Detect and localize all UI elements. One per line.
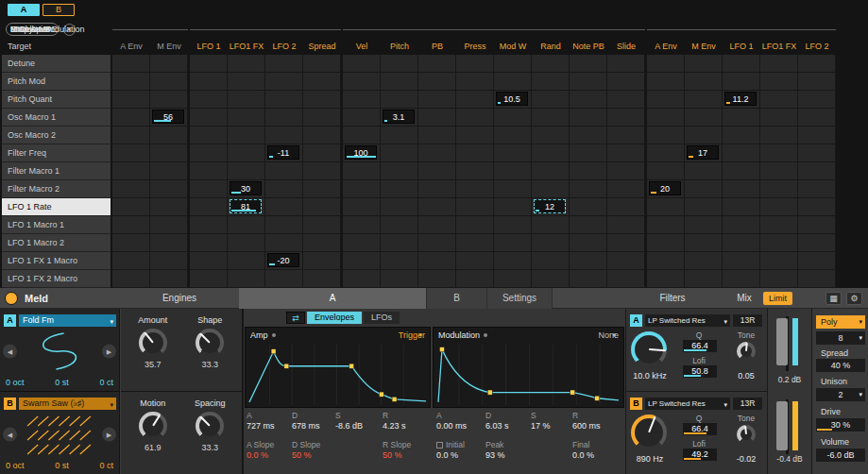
matrix-cell[interactable] [570, 91, 607, 109]
matrix-cell[interactable] [494, 55, 532, 73]
matrix-cell[interactable] [570, 180, 607, 198]
matrix-cell[interactable] [228, 109, 265, 127]
matrix-cell[interactable] [607, 180, 645, 198]
matrix-cell[interactable] [456, 55, 494, 73]
matrix-cell[interactable] [343, 180, 381, 198]
matrix-cell[interactable] [228, 55, 265, 73]
matrix-cell[interactable]: 10.5 [494, 91, 532, 109]
mod-s-value[interactable]: 17 % [531, 421, 572, 437]
matrix-cell[interactable] [112, 180, 150, 198]
tab-b[interactable]: B [426, 288, 486, 309]
matrix-cell[interactable]: 17 [685, 144, 723, 162]
matrix-cell[interactable] [494, 270, 532, 288]
matrix-cell[interactable] [685, 216, 723, 234]
matrix-cell[interactable] [685, 252, 723, 270]
matrix-cell[interactable] [456, 180, 494, 198]
filter-a-tone-value[interactable]: 0.05 [728, 371, 764, 381]
matrix-cell[interactable] [150, 216, 188, 234]
limit-toggle[interactable]: Limit [763, 292, 792, 305]
subtab-envelopes[interactable]: Envelopes [307, 312, 362, 324]
matrix-cell[interactable] [265, 55, 303, 73]
filter-a-freq-knob[interactable] [631, 331, 667, 367]
matrix-value-cell[interactable]: 56 [152, 110, 184, 124]
matrix-cell[interactable] [112, 73, 150, 91]
matrix-cell[interactable] [190, 216, 228, 234]
matrix-cell[interactable] [647, 252, 685, 270]
matrix-cell[interactable] [647, 198, 685, 216]
matrix-cell[interactable] [760, 73, 798, 91]
matrix-cell[interactable] [190, 234, 228, 252]
filter-a-freq-value[interactable]: 10.0 kHz [626, 371, 673, 381]
engine-a-selector[interactable]: Fold Fm [19, 314, 116, 327]
matrix-cell[interactable] [381, 216, 418, 234]
matrix-cell[interactable] [418, 91, 456, 109]
matrix-cell[interactable] [265, 180, 303, 198]
matrix-cell[interactable] [265, 198, 303, 216]
matrix-cell[interactable] [532, 162, 570, 180]
matrix-cell[interactable] [265, 270, 303, 288]
matrix-cell[interactable] [723, 73, 760, 91]
spacing-knob[interactable] [184, 412, 235, 440]
matrix-cell[interactable] [494, 252, 532, 270]
matrix-cell[interactable] [418, 270, 456, 288]
matrix-cell[interactable] [418, 55, 456, 73]
matrix-cell[interactable] [418, 198, 456, 216]
matrix-cell[interactable] [303, 127, 341, 144]
matrix-cell[interactable] [607, 55, 645, 73]
matrix-cell[interactable] [607, 91, 645, 109]
matrix-cell[interactable] [456, 127, 494, 144]
mod-target-mode[interactable]: None [598, 330, 619, 340]
matrix-row-label[interactable]: LFO 1 FX 1 Macro [2, 252, 111, 270]
matrix-cell[interactable] [532, 216, 570, 234]
matrix-cell[interactable] [150, 144, 188, 162]
engine-b-prev-button[interactable]: ◀ [3, 428, 17, 442]
matrix-cell[interactable] [532, 73, 570, 91]
matrix-cell[interactable] [190, 91, 228, 109]
matrix-cell[interactable] [112, 91, 150, 109]
matrix-row-label[interactable]: Osc Macro 2 [2, 127, 111, 144]
matrix-cell[interactable] [303, 180, 341, 198]
mod-a-value[interactable]: 0.00 ms [436, 421, 485, 437]
matrix-value-cell[interactable]: -20 [267, 253, 299, 267]
matrix-cell[interactable] [150, 270, 188, 288]
filter-b-freq-value[interactable]: 890 Hz [626, 454, 673, 464]
matrix-cell[interactable] [607, 198, 645, 216]
subtab-lfos[interactable]: LFOs [364, 312, 400, 324]
matrix-cell[interactable] [112, 270, 150, 288]
matrix-cell[interactable] [228, 234, 265, 252]
matrix-cell[interactable] [112, 144, 150, 162]
matrix-cell[interactable] [685, 91, 723, 109]
matrix-cell[interactable] [303, 55, 341, 73]
tab-a[interactable]: A [239, 288, 426, 309]
matrix-cell[interactable] [112, 198, 150, 216]
matrix-tab-a[interactable]: A [8, 4, 40, 16]
matrix-cell[interactable] [685, 55, 723, 73]
matrix-cell[interactable] [647, 109, 685, 127]
matrix-cell[interactable] [723, 144, 760, 162]
matrix-cell[interactable] [760, 252, 798, 270]
matrix-value-cell[interactable]: 81 [230, 199, 262, 213]
matrix-cell[interactable] [798, 55, 836, 73]
matrix-cell[interactable] [798, 127, 836, 144]
matrix-cell[interactable] [494, 234, 532, 252]
matrix-cell[interactable] [112, 162, 150, 180]
filter-b-tone-value[interactable]: -0.02 [728, 454, 764, 464]
engine-a-prev-button[interactable]: ◀ [3, 345, 17, 359]
matrix-cell[interactable] [456, 252, 494, 270]
matrix-cell[interactable] [798, 270, 836, 288]
matrix-row-label[interactable]: LFO 1 Macro 2 [2, 234, 111, 252]
matrix-cell[interactable] [607, 109, 645, 127]
engine-b-st[interactable]: 0 st [55, 461, 69, 470]
matrix-cell[interactable] [798, 180, 836, 198]
matrix-row-label[interactable]: LFO 1 Rate [2, 198, 111, 216]
matrix-cell[interactable] [570, 55, 607, 73]
matrix-cell[interactable] [798, 198, 836, 216]
matrix-cell[interactable] [265, 91, 303, 109]
matrix-cell[interactable] [265, 216, 303, 234]
wrench-icon[interactable]: ⚙ [846, 292, 862, 305]
matrix-cell[interactable] [265, 73, 303, 91]
engine-b-oct[interactable]: 0 oct [6, 461, 25, 470]
matrix-cell[interactable] [112, 55, 150, 73]
matrix-cell[interactable] [760, 216, 798, 234]
matrix-cell[interactable] [456, 162, 494, 180]
